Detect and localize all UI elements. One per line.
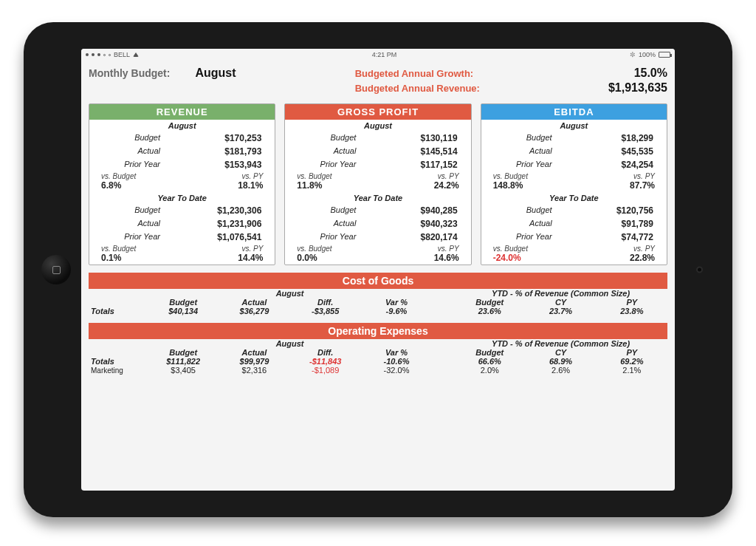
gp-y-vbudget: 0.0% bbox=[297, 253, 317, 263]
camera-dot bbox=[696, 267, 703, 273]
gp-y-actual: $940,323 bbox=[421, 219, 458, 229]
opex-diff: -$11,843 bbox=[290, 357, 361, 366]
opex-actual: $99,979 bbox=[219, 357, 289, 366]
battery-pct: 100% bbox=[639, 51, 656, 58]
home-button[interactable] bbox=[41, 255, 71, 284]
card-revenue: REVENUE August Budget$170,253 Actual$181… bbox=[89, 103, 275, 265]
rev-m-actual: $181,793 bbox=[224, 146, 261, 157]
month-value: August bbox=[195, 66, 236, 80]
eb-y-vpy: 22.8% bbox=[630, 253, 655, 263]
page-header: Monthly Budget: August Budgeted Annual G… bbox=[89, 66, 667, 95]
cogs-header-groups: August YTD - % of Revenue (Common Size) bbox=[89, 289, 667, 298]
battery-icon bbox=[659, 52, 670, 58]
eb-m-vbudget: 148.8% bbox=[493, 180, 523, 191]
status-bar: BELL 4:21 PM ✼ 100% bbox=[81, 49, 675, 61]
opex-var: -10.6% bbox=[361, 357, 432, 366]
status-time: 4:21 PM bbox=[372, 51, 397, 58]
opex-totals-row: Totals $111,822 $99,979 -$11,843 -10.6% … bbox=[89, 357, 667, 366]
ipad-frame: BELL 4:21 PM ✼ 100% Monthly Budget: Augu… bbox=[24, 22, 732, 517]
card-ebitda-title: EBITDA bbox=[481, 104, 667, 120]
eb-m-vpy: 87.7% bbox=[630, 180, 655, 191]
annual-revenue-value: $1,913,635 bbox=[608, 81, 667, 95]
cogs-budget: $40,134 bbox=[148, 307, 219, 315]
eb-y-vbudget: -24.0% bbox=[493, 253, 521, 263]
rev-m-budget: $170,253 bbox=[224, 133, 261, 143]
cogs-totals-row: Totals $40,134 $36,279 -$3,855 -9.6% 23.… bbox=[89, 307, 667, 315]
card-ebitda: EBITDA August Budget$18,299 Actual$45,53… bbox=[481, 103, 667, 265]
eb-m-budget: $18,299 bbox=[622, 133, 653, 143]
opex-row-marketing: Marketing $3,405 $2,316 -$1,089 -32.0% 2… bbox=[89, 366, 667, 375]
gp-m-budget: $130,119 bbox=[421, 133, 458, 143]
growth-value: 15.0% bbox=[634, 66, 667, 80]
eb-m-actual: $45,535 bbox=[622, 146, 653, 157]
eb-y-actual: $91,789 bbox=[622, 219, 653, 229]
rev-y-budget: $1,230,306 bbox=[217, 205, 261, 216]
rev-y-vbudget: 0.1% bbox=[101, 253, 121, 263]
rev-m-vbudget: 6.8% bbox=[101, 180, 121, 191]
card-gross-profit: GROSS PROFIT August Budget$130,119 Actua… bbox=[284, 103, 471, 265]
cogs-py: 23.8% bbox=[597, 307, 667, 315]
growth-label: Budgeted Annual Growth: bbox=[355, 68, 474, 79]
rev-m-py: $153,943 bbox=[224, 160, 261, 170]
cogs-banner: Cost of Goods bbox=[89, 273, 667, 289]
carrier: BELL bbox=[114, 51, 130, 58]
opex-b2: 66.6% bbox=[454, 357, 525, 366]
gp-y-vpy: 14.6% bbox=[434, 253, 459, 263]
rev-y-actual: $1,231,906 bbox=[217, 219, 261, 229]
wifi-icon bbox=[133, 52, 139, 57]
card-gp-title: GROSS PROFIT bbox=[285, 104, 470, 120]
annual-revenue-label: Budgeted Annual Revenue: bbox=[355, 83, 480, 94]
cogs-actual: $36,279 bbox=[219, 307, 289, 315]
summary-cards: REVENUE August Budget$170,253 Actual$181… bbox=[89, 103, 667, 265]
gp-m-vpy: 24.2% bbox=[434, 180, 459, 191]
page-title: Monthly Budget: bbox=[89, 67, 170, 79]
bluetooth-icon: ✼ bbox=[630, 51, 636, 58]
cogs-b2: 23.6% bbox=[454, 307, 525, 315]
opex-py: 69.2% bbox=[597, 357, 667, 366]
rev-y-vpy: 14.4% bbox=[238, 253, 263, 263]
screen: BELL 4:21 PM ✼ 100% Monthly Budget: Augu… bbox=[81, 49, 675, 491]
gp-m-vbudget: 11.8% bbox=[297, 180, 322, 191]
opex-cy: 68.9% bbox=[525, 357, 596, 366]
cogs-diff: -$3,855 bbox=[290, 307, 361, 315]
card-revenue-title: REVENUE bbox=[89, 104, 275, 120]
gp-y-budget: $940,285 bbox=[421, 205, 458, 216]
opex-header-groups: August YTD - % of Revenue (Common Size) bbox=[89, 339, 667, 348]
cogs-cy: 23.7% bbox=[525, 307, 596, 315]
eb-y-budget: $120,756 bbox=[616, 205, 653, 216]
gp-m-py: $117,152 bbox=[421, 160, 458, 170]
opex-banner: Operating Expenses bbox=[89, 323, 667, 339]
eb-m-py: $24,254 bbox=[622, 160, 653, 170]
opex-budget: $111,822 bbox=[148, 357, 219, 366]
cogs-var: -9.6% bbox=[361, 307, 432, 315]
gp-m-actual: $145,514 bbox=[421, 146, 458, 157]
rev-m-vpy: 18.1% bbox=[238, 180, 263, 191]
card-period: August bbox=[89, 120, 275, 132]
gp-y-py: $820,174 bbox=[421, 232, 458, 242]
rev-y-py: $1,076,541 bbox=[217, 232, 261, 242]
eb-y-py: $74,772 bbox=[622, 232, 653, 242]
opex-columns: Budget Actual Diff. Var % Budget CY PY bbox=[89, 348, 667, 357]
cogs-columns: Budget Actual Diff. Var % Budget CY PY bbox=[89, 298, 667, 307]
